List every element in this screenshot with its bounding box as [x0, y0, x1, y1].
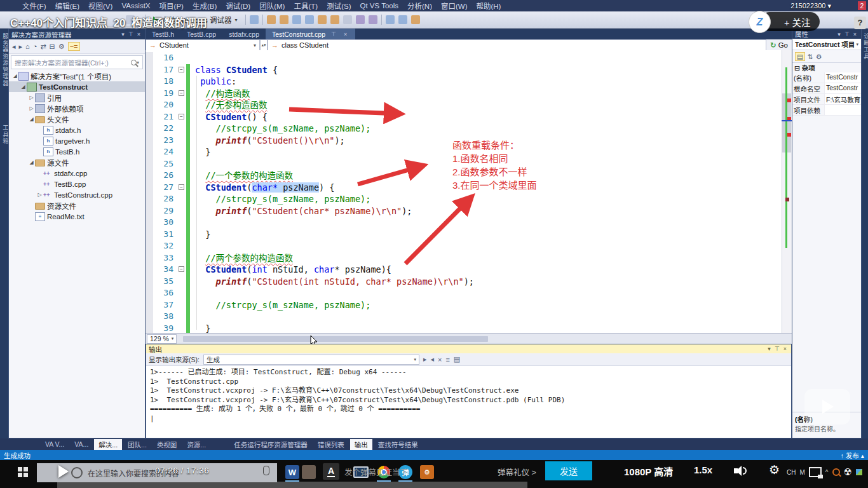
- danmaku-style-button[interactable]: A: [323, 463, 339, 480]
- fold-collapse-icon[interactable]: −: [179, 266, 184, 272]
- quality-button[interactable]: 1080P 高清: [624, 464, 673, 478]
- microphone-icon[interactable]: [263, 466, 269, 475]
- close-icon[interactable]: ×: [782, 346, 789, 352]
- bottom-tab[interactable]: 解决...: [94, 439, 122, 450]
- solution-search-box[interactable]: 搜索解决方案资源管理器(Ctrl+;) ▾: [11, 55, 143, 69]
- mini-player-icon[interactable]: [809, 467, 822, 477]
- menu-item[interactable]: 窗口(W): [437, 1, 472, 11]
- property-pages-icon[interactable]: ⚙: [816, 53, 822, 60]
- breakpoint-margin[interactable]: [146, 264, 153, 276]
- bottom-tab[interactable]: 查找符号结果: [374, 439, 423, 450]
- collapse-all-icon[interactable]: ⊟: [50, 43, 55, 51]
- tray-search-app-icon[interactable]: [832, 468, 840, 476]
- toggle-output-icon[interactable]: ▤: [454, 355, 460, 363]
- property-row[interactable]: 项目依赖: [792, 105, 861, 116]
- publish-button[interactable]: ↑ 发布 ▴: [841, 451, 864, 460]
- code-line[interactable]: 35 printf("CStudent(int nStuId, char* ps…: [146, 276, 782, 288]
- tree-item[interactable]: ++stdafx.cpp: [9, 168, 145, 179]
- clear-all-icon[interactable]: ×: [438, 356, 442, 363]
- bottom-tab[interactable]: VA...: [70, 440, 93, 449]
- breakpoint-margin[interactable]: [146, 135, 153, 147]
- bottom-tab[interactable]: 错误列表: [313, 439, 349, 450]
- code-line[interactable]: 36: [146, 287, 782, 299]
- tree-item[interactable]: ▷外部依赖项: [9, 103, 145, 114]
- breakpoint-margin[interactable]: [146, 240, 153, 252]
- menu-item[interactable]: 文件(F): [18, 1, 51, 11]
- toolbar-icon[interactable]: [292, 15, 301, 24]
- tree-item[interactable]: htargetver.h: [9, 135, 145, 146]
- breakpoint-margin[interactable]: [146, 252, 153, 264]
- word-wrap-icon[interactable]: ≡: [445, 356, 449, 363]
- bottom-tab[interactable]: 任务运行程序资源管理器: [229, 439, 312, 450]
- tree-item[interactable]: ◢头文件: [9, 114, 145, 125]
- danmaku-etiquette-link[interactable]: 弹幕礼仪 >: [498, 466, 536, 478]
- property-row[interactable]: (名称)TestConstr: [792, 72, 861, 83]
- uploader-avatar[interactable]: Z: [749, 11, 771, 33]
- zoom-dropdown[interactable]: 129 % ▾: [147, 334, 177, 344]
- expand-open-icon[interactable]: ◢: [11, 73, 18, 79]
- breakpoint-margin[interactable]: [146, 88, 153, 100]
- speed-button[interactable]: 1.5x: [694, 464, 712, 475]
- code-line[interactable]: 17−class CStudent {: [146, 64, 782, 76]
- close-icon[interactable]: ×: [342, 31, 349, 37]
- toolbar-icon[interactable]: [280, 15, 288, 24]
- toolbar-icon[interactable]: [250, 15, 259, 24]
- scope-dropdown[interactable]: → CStudent ▾: [146, 39, 260, 51]
- nav-spinner[interactable]: ▴▾: [260, 39, 268, 51]
- bottom-tab[interactable]: 输出: [350, 439, 372, 450]
- bottom-tab[interactable]: VA V...: [41, 440, 69, 449]
- tree-item[interactable]: ▷++TestConstruct.cpp: [9, 189, 145, 200]
- chevron-down-icon[interactable]: ▾: [119, 31, 126, 37]
- tree-item[interactable]: ▷引用: [9, 92, 145, 103]
- code-editor[interactable]: 1617−class CStudent {18 public:19− //构造函…: [146, 50, 782, 335]
- menu-item[interactable]: VAssistX: [117, 2, 154, 10]
- properties-category[interactable]: ⊟ 杂项: [792, 63, 861, 72]
- menu-item[interactable]: 视图(V): [84, 1, 117, 11]
- code-line[interactable]: 21− CStudent() {: [146, 111, 782, 123]
- property-row[interactable]: 项目文件F:\玄马教育: [792, 94, 861, 105]
- forward-icon[interactable]: ▸: [19, 43, 23, 51]
- expand-closed-icon[interactable]: ▷: [36, 192, 43, 198]
- breakpoint-margin[interactable]: [146, 76, 153, 88]
- code-line[interactable]: 16: [146, 52, 782, 64]
- chevron-down-icon[interactable]: ▾: [766, 346, 773, 352]
- back-icon[interactable]: ◂: [12, 43, 16, 51]
- breakpoint-margin[interactable]: [146, 158, 153, 170]
- menu-item[interactable]: 调试(D): [221, 1, 255, 11]
- breakpoint-margin[interactable]: [146, 170, 153, 182]
- fold-collapse-icon[interactable]: −: [179, 67, 184, 72]
- taskbar-icon-wps[interactable]: W: [285, 464, 300, 480]
- breakpoint-margin[interactable]: [146, 52, 153, 64]
- breakpoint-margin[interactable]: [146, 111, 153, 123]
- uploader-uid[interactable]: 215022300 ▾: [790, 2, 831, 10]
- fold-collapse-icon[interactable]: −: [179, 114, 184, 119]
- bookmark-icon[interactable]: [398, 15, 407, 24]
- pin-icon[interactable]: ⊤: [773, 346, 782, 352]
- property-value[interactable]: TestConstr: [825, 72, 861, 83]
- code-line[interactable]: 37 //strcpy_s(m_szName, pszName);: [146, 299, 782, 311]
- menu-item[interactable]: 测试(S): [322, 1, 355, 11]
- bottom-tab[interactable]: 团队...: [123, 439, 151, 450]
- breakpoint-margin[interactable]: [146, 229, 153, 241]
- breakpoint-margin[interactable]: [146, 193, 153, 205]
- code-line[interactable]: 32: [146, 240, 782, 252]
- help-bubble[interactable]: ?: [854, 17, 866, 29]
- tree-item[interactable]: hTestB.h: [9, 146, 145, 157]
- output-source-dropdown[interactable]: 生成 ▾: [203, 355, 419, 365]
- properties-icon[interactable]: ⚙: [58, 43, 65, 51]
- breakpoint-margin[interactable]: [146, 123, 153, 135]
- code-line[interactable]: 19− //构造函数: [146, 88, 782, 100]
- breakpoint-margin[interactable]: [146, 99, 153, 111]
- breakpoint-margin[interactable]: [146, 299, 153, 311]
- code-line[interactable]: 33 //两个参数的构造函数: [146, 252, 782, 264]
- fold-collapse-icon[interactable]: −: [179, 184, 184, 190]
- bottom-tab[interactable]: 资源...: [182, 439, 210, 450]
- member-dropdown[interactable]: → class CStudent: [268, 39, 766, 51]
- pending-changes-icon[interactable]: ◔: [33, 43, 37, 50]
- categorized-icon[interactable]: ▤: [795, 52, 805, 61]
- code-line[interactable]: 29 printf("CStudent(char* pszName)\r\n")…: [146, 205, 782, 217]
- toolbar-icon[interactable]: [267, 15, 276, 24]
- player-play-button[interactable]: [58, 465, 69, 478]
- breakpoint-margin[interactable]: [146, 311, 153, 323]
- horizontal-scrollbar-thumb[interactable]: [183, 336, 488, 342]
